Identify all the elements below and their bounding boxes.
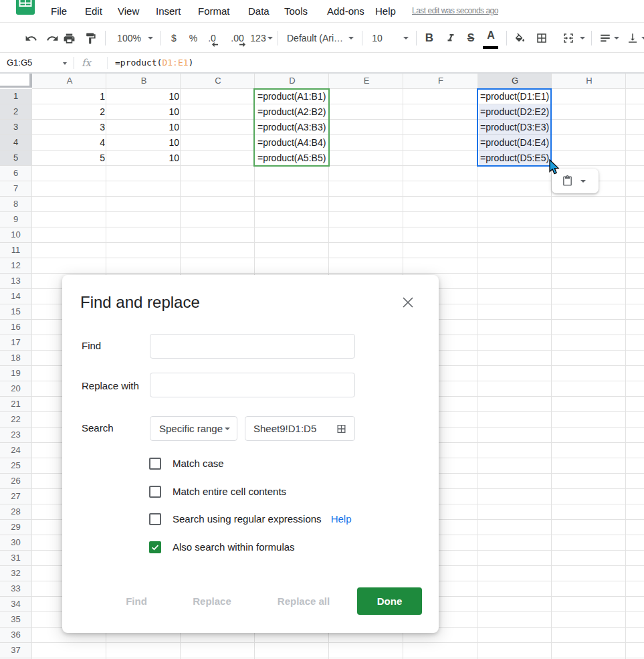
bold-label: B [425,31,433,45]
zoom-label: 100% [117,33,141,43]
arrow-left-icon [212,42,219,48]
vertical-align-dropdown[interactable] [639,23,644,53]
search-range-field[interactable]: Sheet9!D1:D5 [245,416,355,441]
find-button[interactable]: Find [126,593,147,609]
menu-addons[interactable]: Add-ons [320,0,372,22]
cell-B3[interactable]: 10 [106,120,179,135]
zoom-button[interactable]: 100% [112,23,146,53]
more-formats-button[interactable]: 123 [249,23,267,53]
formula-input[interactable]: =product(D1:E1) [115,54,193,72]
font-size-label: 10 [372,33,383,43]
undo-button[interactable] [22,23,39,53]
sheets-logo-icon[interactable] [16,0,35,15]
formula-bar: G1:G5 fx =product(D1:E1) [0,54,644,74]
text-color-swatch [483,46,498,49]
help-link[interactable]: Help [331,513,352,525]
merge-cells-button[interactable] [560,23,577,53]
replace-button[interactable]: Replace [193,593,231,609]
find-input[interactable] [150,334,355,359]
strikethrough-button[interactable]: S [462,23,479,53]
strikethrough-label: S [467,32,475,44]
redo-button[interactable] [43,23,61,53]
toolbar-separator [362,31,362,45]
font-name-button[interactable]: Default (Ari… [287,23,342,53]
toolbar-separator [105,31,106,45]
last-edit-status[interactable]: Last edit was seconds ago [412,0,498,22]
mouse-cursor [547,159,562,175]
row-headers: 3837363534333231302928272625242322212019… [0,89,32,659]
cell-A2[interactable]: 2 [32,104,105,120]
search-scope-select[interactable]: Specific range [150,416,237,441]
cell-B5[interactable]: 10 [106,151,179,166]
corner-bottom-bar [0,86,32,88]
fill-color-button[interactable] [511,23,528,53]
print-button[interactable] [60,23,78,53]
replace-all-button[interactable]: Replace all [278,593,330,609]
search-label: Search [82,421,114,435]
close-icon[interactable] [400,294,416,310]
bold-button[interactable]: B [421,23,438,53]
formula-range-ref: D1:E1 [162,58,188,68]
select-range-icon[interactable] [336,423,347,434]
find-label: Find [82,339,101,353]
replace-input[interactable] [150,373,355,397]
checkbox-unchecked[interactable] [149,513,161,525]
menu-view[interactable]: View [110,0,146,22]
cell-A5[interactable]: 5 [32,151,105,166]
paint-format-icon [84,32,97,45]
formula-text: ) [189,58,194,68]
select-all-corner[interactable] [0,74,32,89]
search-range-highlight [253,88,330,167]
percent-label: % [189,33,197,43]
checkbox-checked[interactable] [149,541,161,553]
text-color-label: A [487,29,495,41]
menu-data[interactable]: Data [241,0,277,22]
menu-edit[interactable]: Edit [78,0,110,22]
name-box[interactable]: G1:G5 [7,54,32,72]
checkbox-unchecked[interactable] [149,458,161,470]
cell-B4[interactable]: 10 [106,135,179,151]
toolbar-separator [278,31,278,45]
font-size-dropdown[interactable] [401,23,411,53]
cell-B1[interactable]: 10 [106,89,179,104]
merge-cells-icon [562,32,574,44]
chevron-down-icon [403,37,409,39]
fx-icon: fx [82,54,91,72]
cell-A1[interactable]: 1 [32,89,105,104]
done-button[interactable]: Done [357,587,422,615]
checkbox-label: Also search within formulas [173,541,295,554]
selection-border [477,88,552,167]
cell-A4[interactable]: 4 [32,135,105,151]
column-headers: HGFEDCBA [32,74,644,89]
checkbox-label: Match case [173,457,224,470]
text-color-button[interactable]: A [482,23,500,53]
italic-button[interactable] [442,23,459,53]
format-currency-button[interactable]: $ [165,23,183,53]
cell-B2[interactable]: 10 [106,104,179,120]
checkbox-label: Search using regular expressionsHelp [173,512,351,526]
font-name-dropdown[interactable] [346,23,356,53]
zoom-dropdown[interactable] [146,23,155,53]
menu-file[interactable]: File [43,0,74,22]
font-size-button[interactable]: 10 [368,23,386,53]
dialog-title: Find and replace [80,293,200,312]
paint-format-button[interactable] [82,23,99,53]
checkmark-icon [150,543,160,552]
paste-dropdown-icon[interactable] [580,180,586,183]
menu-tools[interactable]: Tools [277,0,315,22]
horizontal-align-dropdown[interactable] [612,23,621,53]
borders-button[interactable] [533,23,550,53]
increase-decimal-button[interactable]: .00 [227,23,247,53]
more-formats-dropdown[interactable] [266,23,274,53]
checkbox-unchecked[interactable] [149,486,161,498]
decrease-decimal-button[interactable]: .0 [203,23,221,53]
cell-A3[interactable]: 3 [32,120,105,135]
menu-format[interactable]: Format [191,0,237,22]
menu-insert[interactable]: Insert [148,0,189,22]
chevron-down-icon [225,428,230,430]
name-box-dropdown-icon[interactable] [63,62,67,65]
arrow-right-icon [239,42,246,48]
format-percent-button[interactable]: % [185,23,202,53]
merge-cells-dropdown[interactable] [578,23,587,53]
menu-help[interactable]: Help [368,0,403,22]
